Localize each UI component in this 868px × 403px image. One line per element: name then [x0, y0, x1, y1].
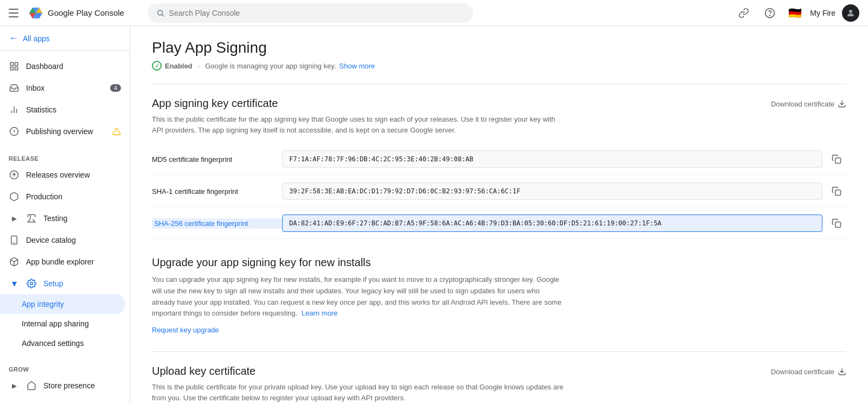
device-catalog-label: Device catalog: [26, 236, 76, 244]
all-apps-link[interactable]: ← All apps: [0, 26, 130, 51]
store-presence-label: Store presence: [43, 381, 95, 390]
download-cert-btn-2[interactable]: Download certificate: [771, 365, 846, 376]
svg-point-5: [158, 10, 163, 15]
link-icon-btn[interactable]: [734, 3, 754, 23]
svg-rect-10: [10, 62, 13, 65]
statistics-icon: [9, 104, 20, 115]
topbar-left: Google Play Console: [9, 5, 139, 21]
svg-rect-13: [15, 67, 18, 70]
svg-line-6: [162, 14, 164, 16]
sidebar-item-app-bundle-explorer[interactable]: App bundle explorer: [0, 251, 130, 273]
layout: ← All apps Dashboard Inbox 4: [0, 26, 868, 403]
search-bar: [148, 3, 473, 23]
sidebar-main-section: Dashboard Inbox 4 Statistics Publishing: [0, 51, 130, 147]
md5-value[interactable]: F7:1A:AF:78:7F:96:DB:4C:2C:95:3E:40:2B:4…: [282, 150, 822, 168]
app-integrity-label: App integrity: [22, 300, 64, 308]
sidebar-item-advanced-settings[interactable]: Advanced settings: [0, 333, 130, 353]
sidebar-item-store-performance[interactable]: Store performance: [0, 396, 130, 403]
divider-2: [152, 351, 846, 352]
sha1-copy-btn[interactable]: [827, 181, 846, 201]
logo[interactable]: Google Play Console: [28, 5, 124, 21]
sidebar-item-internal-app-sharing[interactable]: Internal app sharing: [0, 314, 130, 333]
inbox-icon: [9, 83, 20, 93]
status-desc: Google is managing your app signing key.: [205, 62, 336, 70]
divider-1: [152, 84, 846, 84]
setup-expand-icon: ▾: [9, 278, 20, 289]
sha256-copy-btn[interactable]: [827, 213, 846, 233]
help-icon-btn[interactable]: [760, 3, 780, 23]
topbar: Google Play Console 🇩🇪 My Fire: [0, 0, 868, 26]
status-enabled-dot: [152, 61, 162, 71]
sidebar-item-dashboard[interactable]: Dashboard: [0, 55, 130, 77]
store-presence-icon: [26, 380, 37, 391]
store-expand-icon: ▸: [9, 380, 20, 391]
status-row: Enabled · Google is managing your app si…: [152, 61, 846, 71]
sidebar-item-releases-overview[interactable]: Releases overview: [0, 164, 130, 186]
upload-cert-section: Upload key certificate Download certific…: [152, 365, 846, 403]
status-enabled-text: Enabled: [165, 62, 193, 70]
download-icon-1: [838, 99, 846, 108]
topbar-right: 🇩🇪 My Fire: [734, 3, 859, 23]
svg-rect-27: [835, 158, 841, 163]
inbox-badge: 4: [110, 84, 121, 92]
publishing-label: Publishing overview: [26, 127, 93, 136]
main-content: Play App Signing Enabled · Google is man…: [130, 26, 868, 403]
device-catalog-icon: [9, 235, 20, 245]
sidebar-item-testing[interactable]: ▸ Testing: [0, 207, 130, 229]
sidebar-item-setup[interactable]: ▾ Setup: [0, 273, 130, 294]
show-more-link[interactable]: Show more: [339, 62, 375, 70]
sidebar-release-section: Release Releases overview Production ▸ T…: [0, 147, 130, 357]
expand-testing-icon: ▸: [9, 213, 20, 224]
sidebar-item-publishing-overview[interactable]: Publishing overview: [0, 121, 130, 142]
fingerprint-row-md5: MD5 certificate fingerprint F7:1A:AF:78:…: [152, 144, 846, 175]
bundle-icon: [9, 256, 20, 267]
setup-label: Setup: [43, 279, 63, 288]
upgrade-desc: You can upgrade your app signing key for…: [152, 274, 564, 319]
fingerprint-row-sha1: SHA-1 certificate fingerprint 39:2F:58:3…: [152, 176, 846, 207]
upload-cert-header: Upload key certificate Download certific…: [152, 365, 846, 377]
download-icon-2: [838, 367, 846, 376]
testing-label: Testing: [43, 214, 67, 223]
grow-section-label: Grow: [0, 362, 130, 375]
fingerprint-row-sha256: SHA-256 certificate fingerprint DA:82:41…: [152, 208, 846, 239]
sidebar-item-app-integrity[interactable]: App integrity: [0, 294, 125, 314]
releases-overview-label: Releases overview: [26, 171, 90, 179]
signing-cert-section: App signing key certificate Download cer…: [152, 97, 846, 239]
sidebar: ← All apps Dashboard Inbox 4: [0, 26, 130, 403]
sidebar-grow-section: Grow ▸ Store presence Store performance: [0, 357, 130, 403]
signing-cert-title: App signing key certificate: [152, 97, 278, 110]
user-avatar[interactable]: [842, 4, 859, 22]
search-icon: [156, 9, 164, 17]
flag-avatar[interactable]: 🇩🇪: [786, 4, 803, 22]
testing-icon: [26, 213, 37, 224]
release-section-label: Release: [0, 151, 130, 164]
md5-label: MD5 certificate fingerprint: [152, 155, 282, 163]
svg-point-9: [849, 10, 852, 13]
production-icon: [9, 191, 20, 202]
internal-app-sharing-label: Internal app sharing: [22, 319, 89, 328]
page-title: Play App Signing: [152, 39, 846, 56]
inbox-label: Inbox: [26, 84, 44, 92]
sidebar-item-store-presence[interactable]: ▸ Store presence: [0, 375, 130, 396]
user-name[interactable]: My Fire: [810, 9, 835, 17]
app-bundle-explorer-label: App bundle explorer: [26, 257, 94, 266]
sidebar-item-production[interactable]: Production: [0, 186, 130, 207]
sidebar-item-statistics[interactable]: Statistics: [0, 99, 130, 121]
sha1-value[interactable]: 39:2F:58:3E:AB:EA:DC:D1:79:92:D7:D6:0C:B…: [282, 182, 822, 200]
download-cert-btn-1[interactable]: Download certificate: [771, 97, 846, 108]
sidebar-item-inbox[interactable]: Inbox 4: [0, 77, 130, 99]
request-key-upgrade-link[interactable]: Request key upgrade: [152, 326, 846, 334]
production-label: Production: [26, 192, 62, 201]
search-input[interactable]: [169, 9, 464, 17]
sha256-value[interactable]: DA:82:41:AD:E9:6F:27:BC:AD:B7:A5:9F:58:6…: [282, 215, 822, 232]
md5-copy-btn[interactable]: [827, 149, 846, 169]
statistics-label: Statistics: [26, 105, 56, 114]
sidebar-item-device-catalog[interactable]: Device catalog: [0, 229, 130, 251]
setup-icon: [26, 278, 37, 289]
svg-rect-11: [15, 62, 18, 65]
sha256-label: SHA-256 certificate fingerprint: [152, 218, 282, 229]
learn-more-link[interactable]: Learn more: [302, 309, 337, 317]
releases-icon: [9, 169, 20, 180]
dashboard-icon: [9, 61, 20, 72]
hamburger-menu[interactable]: [9, 7, 22, 20]
